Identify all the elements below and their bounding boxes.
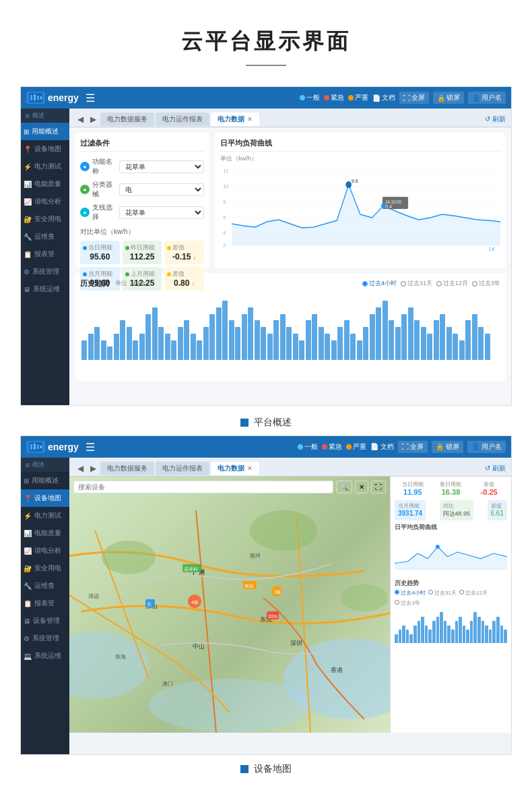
sidebar-item-power-quality[interactable]: 📊 电能质量 <box>21 175 69 193</box>
search-button[interactable]: 🔍 <box>336 481 352 493</box>
badge-normal[interactable]: 一般 <box>300 93 320 102</box>
hamburger-icon-1[interactable]: ☰ <box>86 92 95 104</box>
diff-value-r2: 0.80 ↑ <box>167 278 201 288</box>
user-btn-2[interactable]: 👤 用户名 <box>467 441 506 453</box>
fullscreen-btn[interactable]: ⛶ 全屏 <box>399 92 429 104</box>
badge-serious-2[interactable]: 严重 <box>346 442 366 452</box>
svg-point-23 <box>381 203 386 208</box>
badge-docs-2[interactable]: 📄 文档 <box>370 442 394 452</box>
svg-point-34 <box>250 510 317 551</box>
lockscreen-btn-2[interactable]: 🔒 锁屏 <box>432 441 463 453</box>
svg-text:8: 8 <box>223 199 226 206</box>
sidebar-item-ops[interactable]: 🔧 运维查 <box>21 228 69 245</box>
user-btn[interactable]: 👤 用户名 <box>468 92 506 104</box>
tab-prev-btn-2[interactable]: ◀ <box>75 464 86 473</box>
sidebar-item-power-test[interactable]: ⚡ 电力测试 <box>21 158 69 175</box>
fullscreen-btn-2[interactable]: ⛶ 全屏 <box>398 441 428 453</box>
stat-month-box: 当月用能 3931.74 <box>395 500 426 520</box>
map-background: 广州 佛山 东莞 中山 深圳 香港 珠海 澳门 清远 惠州 <box>69 477 390 733</box>
filter-select-2[interactable]: 电 <box>119 183 204 196</box>
logo-area-1: energy <box>26 92 79 104</box>
bar <box>184 320 189 360</box>
filter-select-1[interactable]: 花草单 <box>119 160 204 173</box>
sidebar2-item-power-test[interactable]: ⚡ 电力测试 <box>21 507 69 524</box>
svg-text:6: 6 <box>223 214 226 221</box>
tab-prev-btn[interactable]: ◀ <box>75 115 86 124</box>
sidebar2-item-reports[interactable]: 📋 报表管 <box>21 595 69 612</box>
history-tab2-12m[interactable]: 过去12月 <box>459 589 488 597</box>
tab2-close-icon[interactable]: ✕ <box>247 465 253 472</box>
sidebar2-item-energy-overview[interactable]: ⊞ 用能概述 <box>21 472 69 489</box>
stat-today-energy: 当日用能 11.95 <box>395 481 431 496</box>
tab-power-data[interactable]: 电力数据 ✕ <box>211 113 259 126</box>
tab-bar-2: ◀ ▶ 电力数据服务 电力运作报表 电力数据 ✕ ↺ 刷新 <box>69 458 511 477</box>
sidebar-item-reports[interactable]: 📋 报表管 <box>21 245 69 263</box>
bar <box>414 320 420 360</box>
tab-power-data-service[interactable]: 电力数据服务 <box>100 113 154 126</box>
mini-bar <box>455 621 459 643</box>
svg-text:12: 12 <box>223 168 228 175</box>
filter-select-3[interactable]: 花草单 <box>119 206 204 219</box>
refresh-btn-1[interactable]: ↺ 刷新 <box>485 115 506 124</box>
clear-btn[interactable]: ✕ <box>355 481 368 493</box>
badge-urgent-2[interactable]: 紧急 <box>322 442 342 452</box>
diff-label-r1: 差值 <box>167 243 201 252</box>
sidebar-item-sys-mgmt[interactable]: ⚙ 系统管理 <box>21 263 69 280</box>
badge-normal-2[interactable]: 一般 <box>298 442 318 452</box>
refresh-btn-2[interactable]: ↺ 刷新 <box>485 464 506 473</box>
badge-serious[interactable]: 严重 <box>348 93 368 102</box>
sidebar-item-sys-ops[interactable]: 🖥 系统运维 <box>21 280 69 298</box>
filter-row-3: ● 支线选择 花草单 <box>80 203 204 222</box>
stat-diff2-box: 差值 6.61 <box>488 500 507 520</box>
history-tab-4h[interactable]: 过去4小时 <box>362 279 397 288</box>
hamburger-icon-2[interactable]: ☰ <box>86 441 95 454</box>
chart-title-1: 日平均负荷曲线 <box>220 138 500 152</box>
sidebar-2: ⊕概述 ⊞ 用能概述 📍 设备地图 ⚡ 电力测试 📊 电能质量 📈 谐电分析 <box>21 458 69 754</box>
sidebar2-item-sys-mgmt[interactable]: ⚙ 系统管理 <box>21 630 69 647</box>
tab-next-btn[interactable]: ▶ <box>88 115 99 124</box>
sidebar-item-safety[interactable]: 🔐 安全用电 <box>21 210 69 228</box>
sidebar2-item-safety[interactable]: 🔐 安全用电 <box>21 559 69 577</box>
svg-point-59 <box>436 545 440 549</box>
tab2-power-ops-report[interactable]: 电力运作报表 <box>156 462 209 475</box>
history-tab-3y[interactable]: 过去3年 <box>472 279 500 288</box>
history-tab2-31d[interactable]: 过去31天 <box>428 589 457 597</box>
sidebar-item-energy-overview[interactable]: ⊞ 用能概述 <box>21 123 69 140</box>
sidebar-item-harmonic[interactable]: 📈 谐电分析 <box>21 193 69 210</box>
tab2-power-data[interactable]: 电力数据 ✕ <box>211 462 259 475</box>
badge-urgent[interactable]: 紧急 <box>324 93 344 102</box>
filter-label-3: 支线选择 <box>92 203 117 222</box>
bar <box>383 301 388 360</box>
svg-rect-1 <box>30 95 32 100</box>
stat-row-month: 当月用能 3931.74 对比 阿达48.95 差值 6.61 <box>395 500 507 520</box>
history-tab-31d[interactable]: 过去31天 <box>401 279 432 288</box>
expand-btn[interactable]: ⛶ <box>371 481 386 493</box>
bar <box>293 334 298 360</box>
logo-text-1: energy <box>48 92 79 103</box>
tab2-power-data-service[interactable]: 电力数据服务 <box>100 462 154 475</box>
history-tab2-3y[interactable]: 过去3年 <box>395 599 420 607</box>
history-unit-1: 单位（kw/h） <box>115 279 152 288</box>
history-tab2-4h[interactable]: 过去4小时 <box>395 589 426 597</box>
bar <box>478 327 484 360</box>
page-title-section: 云平台显示界面 <box>0 0 532 80</box>
lockscreen-btn[interactable]: 🔒 锁屏 <box>433 92 464 104</box>
svg-point-18 <box>345 181 352 188</box>
badge-docs[interactable]: 📄 文档 <box>372 93 395 102</box>
sidebar-item-device-map[interactable]: 📍 设备地图 <box>21 140 69 158</box>
tab-next-btn-2[interactable]: ▶ <box>88 464 99 473</box>
svg-text:30%: 30% <box>268 614 277 619</box>
sidebar2-item-ops[interactable]: 🔧 运维查 <box>21 577 69 595</box>
history-tab-12m[interactable]: 过去12月 <box>436 279 468 288</box>
bar <box>178 327 183 360</box>
sidebar2-item-device-map[interactable]: 📍 设备地图 <box>21 489 69 507</box>
sidebar-1: ⊕概述 ⊞ 用能概述 📍 设备地图 ⚡ 电力测试 📊 电能质量 📈 谐电分析 <box>21 109 69 405</box>
tab-close-icon[interactable]: ✕ <box>247 116 253 123</box>
tab-power-ops-report[interactable]: 电力运作报表 <box>156 113 209 126</box>
compare-grid-r1: 当日用能 95.60 昨日用能 112.25 <box>80 241 204 264</box>
sidebar2-item-sys-ops[interactable]: 💻 系统运维 <box>21 647 69 665</box>
sidebar2-item-harmonic[interactable]: 📈 谐电分析 <box>21 542 69 559</box>
sidebar2-item-power-quality[interactable]: 📊 电能质量 <box>21 524 69 542</box>
sidebar2-item-device-mgmt[interactable]: 🖥 设备管理 <box>21 612 69 630</box>
search-input[interactable] <box>73 481 333 493</box>
